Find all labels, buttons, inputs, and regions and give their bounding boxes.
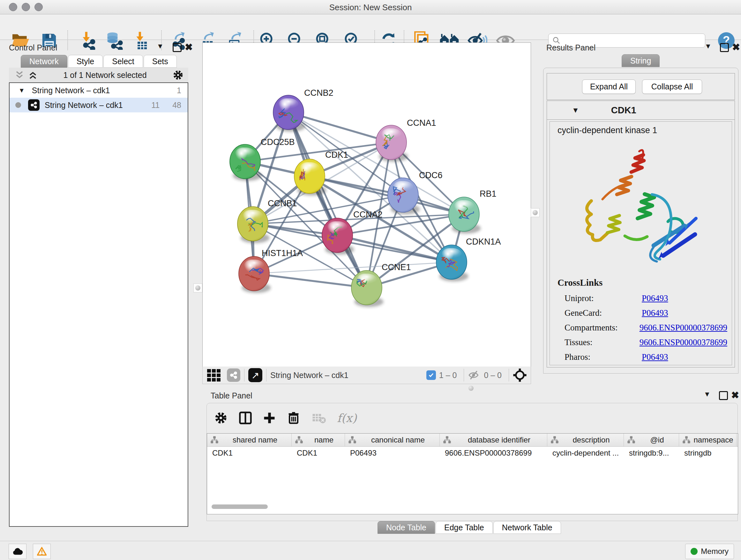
network-collection-row[interactable]: ▼ String Network – cdk1 1 bbox=[10, 83, 188, 98]
gene-section-header[interactable]: ▼ CDK1 bbox=[547, 101, 735, 120]
grid-view-icon[interactable] bbox=[207, 369, 222, 381]
open-in-window-icon[interactable]: ↗ bbox=[248, 368, 262, 382]
panel-menu-icon[interactable]: ▼ bbox=[157, 42, 164, 51]
automation-button[interactable] bbox=[9, 544, 26, 559]
column-header-canonical-name[interactable]: canonical name bbox=[345, 434, 440, 446]
panel-menu-icon[interactable]: ▼ bbox=[704, 390, 711, 398]
node-label-CCNB2: CCNB2 bbox=[304, 88, 333, 98]
panel-close-icon[interactable]: ✖ bbox=[185, 42, 193, 53]
node-table[interactable]: shared namenamecanonical namedatabase id… bbox=[207, 433, 738, 514]
column-header-@id[interactable]: @id bbox=[624, 434, 679, 446]
tab-style[interactable]: Style bbox=[68, 55, 103, 68]
crosslink-label: Pharos: bbox=[564, 352, 642, 362]
table-toolbar: f(x) bbox=[207, 403, 738, 433]
columns-icon[interactable] bbox=[238, 411, 253, 425]
crosslink-link[interactable]: P06493 bbox=[642, 308, 668, 318]
pan-crosshair-icon[interactable] bbox=[513, 368, 527, 382]
tab-node-table[interactable]: Node Table bbox=[378, 521, 435, 534]
gear-icon[interactable] bbox=[172, 69, 184, 81]
node-label-CDC25B: CDC25B bbox=[261, 137, 295, 147]
add-column-icon[interactable] bbox=[262, 411, 276, 425]
edge-HIST1H1A-CCNE1[interactable] bbox=[254, 273, 367, 288]
network-canvas[interactable]: CCNB2CCNA1CDC25BCDK1CDC6RB1CCNB1CCNA2CDK… bbox=[202, 43, 531, 367]
panel-close-icon[interactable]: ✖ bbox=[732, 42, 740, 53]
crosslink-label: Compartments: bbox=[564, 323, 639, 333]
memory-button[interactable]: Memory bbox=[685, 544, 734, 559]
crosslink-label: Tissues: bbox=[564, 337, 639, 348]
table-cell[interactable]: stringdb:9... bbox=[624, 449, 679, 457]
tab-network-table[interactable]: Network Table bbox=[493, 521, 561, 534]
cytoscape-window: Session: New Session bbox=[0, 0, 741, 560]
table-cell[interactable]: P06493 bbox=[345, 449, 440, 457]
edge-CCNB2-CCNE1[interactable] bbox=[288, 112, 367, 288]
panel-menu-icon[interactable]: ▼ bbox=[704, 42, 712, 51]
tab-edge-table[interactable]: Edge Table bbox=[435, 521, 493, 534]
node-label-CCNB1: CCNB1 bbox=[268, 199, 297, 208]
horizontal-scrollbar[interactable] bbox=[212, 504, 268, 509]
table-cell[interactable]: CDK1 bbox=[207, 449, 292, 457]
crosslink-link[interactable]: 9606.ENSP00000378699 bbox=[639, 337, 727, 348]
gene-section: ▼ CDK1 cyclin-dependent kinase 1 bbox=[547, 101, 735, 368]
divider bbox=[266, 369, 266, 381]
table-cell[interactable]: cyclin-dependent ... bbox=[547, 449, 624, 457]
attribute-icon bbox=[550, 436, 559, 444]
network-row-label: String Network – cdk1 bbox=[45, 101, 151, 110]
network-title: String Network – cdk1 bbox=[270, 371, 348, 380]
table-cell[interactable]: 9606.ENSP00000378699 bbox=[440, 449, 547, 457]
node-count: 11 bbox=[151, 101, 159, 110]
section-expander-icon[interactable]: ▼ bbox=[572, 106, 579, 115]
memory-status-dot bbox=[690, 548, 697, 555]
expand-all-button[interactable]: Expand All bbox=[582, 79, 636, 94]
column-header-database-identifier[interactable]: database identifier bbox=[440, 434, 547, 446]
column-header-name[interactable]: name bbox=[292, 434, 345, 446]
tab-network[interactable]: Network bbox=[21, 55, 67, 68]
control-panel-title: Control Panel bbox=[9, 43, 57, 52]
tab-select[interactable]: Select bbox=[104, 55, 143, 68]
panel-float-icon[interactable] bbox=[173, 43, 182, 52]
column-header-shared-name[interactable]: shared name bbox=[207, 434, 292, 446]
column-header-namespace[interactable]: namespace bbox=[679, 434, 737, 446]
network-collection-label: String Network – cdk1 bbox=[32, 86, 177, 95]
collapse-all-button[interactable]: Collapse All bbox=[642, 79, 702, 94]
crosslink-link[interactable]: 9606.ENSP00000378699 bbox=[639, 323, 727, 333]
network-selection-summary: 1 of 1 Network selected bbox=[38, 71, 172, 80]
delete-column-icon[interactable] bbox=[286, 411, 300, 425]
crosslinks-list: Uniprot:P06493GeneCard:P06493Compartment… bbox=[564, 291, 727, 364]
table-cell[interactable]: CDK1 bbox=[292, 449, 345, 457]
expand-all-networks-icon[interactable] bbox=[28, 70, 38, 80]
memory-label: Memory bbox=[701, 547, 729, 556]
protein-structure-image[interactable] bbox=[569, 140, 703, 274]
table-panel-tabs: Node TableEdge TableNetwork Table bbox=[378, 521, 562, 534]
status-bar: Memory bbox=[0, 541, 741, 560]
left-splitter-handle[interactable] bbox=[193, 284, 202, 293]
share-view-icon[interactable] bbox=[227, 368, 240, 382]
node-label-HIST1H1A: HIST1H1A bbox=[262, 248, 303, 258]
collapse-all-networks-icon[interactable] bbox=[15, 70, 24, 80]
warnings-button[interactable] bbox=[33, 544, 51, 559]
node-label-CDKN1A: CDKN1A bbox=[466, 237, 501, 246]
tab-sets[interactable]: Sets bbox=[144, 55, 177, 68]
attribute-icon bbox=[295, 436, 303, 444]
table-cell[interactable]: stringdb bbox=[679, 449, 737, 457]
panel-float-icon[interactable] bbox=[719, 391, 728, 400]
hidden-counts: 0 – 0 bbox=[484, 371, 502, 380]
tree-expander-icon[interactable]: ▼ bbox=[18, 87, 25, 94]
string-network-icon bbox=[28, 99, 40, 111]
column-header-description[interactable]: description bbox=[547, 434, 624, 446]
crosslink-row: GeneCard:P06493 bbox=[564, 306, 727, 320]
table-row[interactable]: CDK1CDK1P064939606.ENSP00000378699cyclin… bbox=[207, 447, 738, 459]
crosslink-link[interactable]: P06493 bbox=[642, 352, 668, 362]
tab-string[interactable]: String bbox=[622, 54, 660, 67]
crosslink-label: Uniprot: bbox=[564, 294, 642, 303]
table-gear-icon[interactable] bbox=[214, 411, 228, 425]
panel-close-icon[interactable]: ✖ bbox=[731, 389, 739, 401]
network-row-selected[interactable]: String Network – cdk1 11 48 bbox=[10, 98, 188, 112]
panel-float-icon[interactable] bbox=[720, 43, 729, 52]
collection-count: 1 bbox=[177, 86, 181, 95]
selected-checkbox[interactable] bbox=[426, 370, 436, 380]
right-splitter-handle[interactable] bbox=[531, 208, 540, 217]
title-bar: Session: New Session bbox=[0, 0, 741, 14]
gene-description: cyclin-dependent kinase 1 bbox=[557, 125, 732, 135]
crosslink-link[interactable]: P06493 bbox=[642, 294, 668, 303]
crosslinks-heading: CrossLinks bbox=[557, 277, 603, 288]
